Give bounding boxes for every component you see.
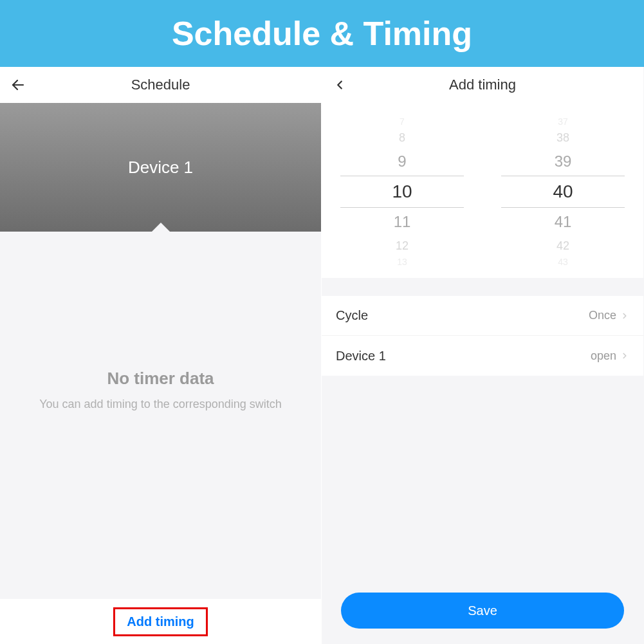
minute-picker-column[interactable]: 37 38 39 40 41 42 43 xyxy=(491,108,636,275)
save-button[interactable]: Save xyxy=(341,593,624,629)
chevron-right-icon xyxy=(620,311,629,320)
add-timing-panel: Add timing 7 8 9 10 11 12 13 37 38 39 40 xyxy=(322,67,643,644)
empty-title: No timer data xyxy=(107,369,214,389)
add-timing-label: Add timing xyxy=(127,614,194,629)
empty-subtitle: You can add timing to the corresponding … xyxy=(39,398,282,411)
back-button[interactable] xyxy=(9,76,27,94)
save-label: Save xyxy=(468,603,497,618)
picker-minute: 39 xyxy=(491,147,636,176)
add-timing-title: Add timing xyxy=(449,77,516,93)
chevron-right-icon xyxy=(620,351,629,360)
device-option-label: Device 1 xyxy=(336,349,386,363)
picker-minute: 42 xyxy=(491,236,636,255)
add-timing-button[interactable]: Add timing xyxy=(113,607,207,636)
device-name: Device 1 xyxy=(128,158,193,178)
cycle-option-row[interactable]: Cycle Once xyxy=(322,296,643,336)
picker-minute: 38 xyxy=(491,128,636,147)
empty-state: No timer data You can add timing to the … xyxy=(0,232,321,599)
schedule-panel: Schedule Device 1 No timer data You can … xyxy=(0,67,322,644)
schedule-nav: Schedule xyxy=(0,67,321,103)
picker-hour-selected: 10 xyxy=(340,176,463,208)
banner-title: Schedule & Timing xyxy=(172,14,472,53)
page-banner: Schedule & Timing xyxy=(0,0,644,67)
spacer xyxy=(322,376,643,586)
cycle-value: Once xyxy=(589,309,616,322)
picker-minute: 43 xyxy=(491,255,636,268)
panels-container: Schedule Device 1 No timer data You can … xyxy=(0,67,644,644)
timing-options: Cycle Once Device 1 open xyxy=(322,296,643,376)
time-picker[interactable]: 7 8 9 10 11 12 13 37 38 39 40 41 42 43 xyxy=(322,103,643,278)
picker-hour: 11 xyxy=(330,208,475,236)
back-button[interactable] xyxy=(331,76,349,94)
schedule-bottom-bar: Add timing xyxy=(0,599,321,644)
device-option-row[interactable]: Device 1 open xyxy=(322,336,643,376)
picker-hour: 12 xyxy=(330,236,475,255)
picker-hour: 7 xyxy=(330,115,475,128)
add-timing-bottom-bar: Save xyxy=(322,586,643,644)
device-option-value: open xyxy=(591,349,616,363)
device-banner[interactable]: Device 1 xyxy=(0,103,321,232)
picker-hour: 13 xyxy=(330,255,475,268)
picker-minute: 41 xyxy=(491,208,636,236)
picker-hour: 8 xyxy=(330,128,475,147)
arrow-left-icon xyxy=(10,77,26,93)
picker-minute-selected: 40 xyxy=(501,176,624,208)
picker-hour: 9 xyxy=(330,147,475,176)
picker-minute: 37 xyxy=(491,115,636,128)
add-timing-nav: Add timing xyxy=(322,67,643,103)
schedule-title: Schedule xyxy=(131,77,190,93)
cycle-label: Cycle xyxy=(336,308,368,323)
chevron-left-icon xyxy=(333,78,347,92)
hour-picker-column[interactable]: 7 8 9 10 11 12 13 xyxy=(330,108,475,275)
